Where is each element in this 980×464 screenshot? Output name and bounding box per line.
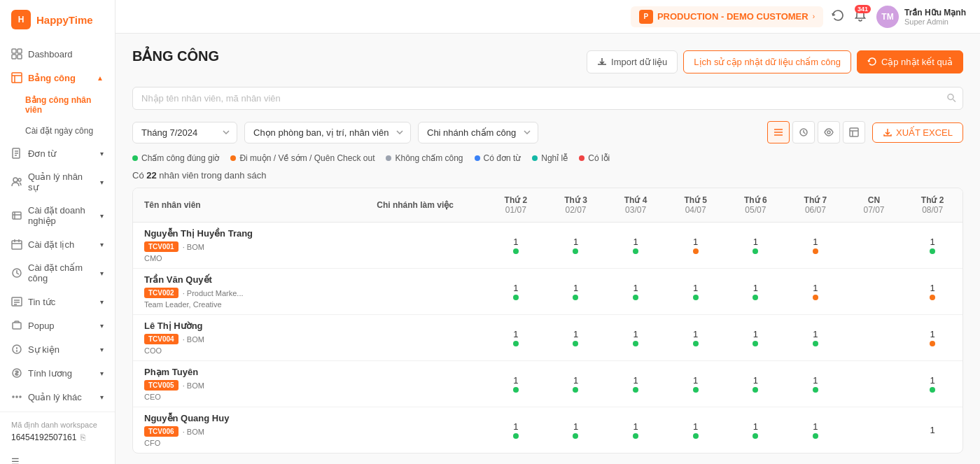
table-row[interactable]: Trần Văn Quyết TCV002 · Product Marke...… (133, 269, 962, 315)
day-cell-2-0[interactable]: 1 (486, 315, 546, 361)
day-cell-1-3[interactable]: 1 (666, 269, 726, 315)
day-cell-2-7[interactable]: 1 (902, 315, 962, 361)
table-row[interactable]: Nguyễn Quang Huy TCV006 · BOM CFO 1 1 1 … (133, 407, 962, 454)
day-cell-0-3[interactable]: 1 (666, 223, 726, 269)
day-cell-0-6[interactable] (846, 223, 903, 269)
sidebar-subitem-bang-cong-nhan-vien[interactable]: Bảng công nhân viên (0, 90, 115, 120)
svg-rect-13 (13, 212, 21, 219)
day-cell-1-5[interactable]: 1 (785, 269, 846, 315)
list-view-button[interactable] (767, 121, 790, 143)
col-header-branch: Chi nhánh làm việc (344, 188, 486, 223)
day-cell-1-0[interactable]: 1 (486, 269, 546, 315)
clock-view-button[interactable] (792, 121, 815, 143)
branch-filter[interactable]: Chi nhánh chấm công (418, 122, 538, 143)
sidebar-item-quan-ly-khac[interactable]: Quản lý khác ▾ (0, 385, 115, 409)
day-cell-3-7[interactable]: 1 (902, 361, 962, 407)
table-view-button[interactable] (843, 121, 865, 143)
search-icon[interactable] (946, 92, 956, 104)
chevron-down-icon: ▾ (100, 150, 104, 157)
day-cell-2-2[interactable]: 1 (606, 315, 666, 361)
day-cell-0-2[interactable]: 1 (606, 223, 666, 269)
sidebar-subitem-cai-dat-ngay-cong[interactable]: Cài đặt ngày công (0, 120, 115, 141)
import-button[interactable]: Import dữ liệu (587, 50, 678, 73)
employee-cell: Trần Văn Quyết TCV002 · Product Marke...… (133, 269, 344, 315)
sidebar-item-tinh-luong[interactable]: Tính lương ▾ (0, 361, 115, 385)
day-cell-0-0[interactable]: 1 (486, 223, 546, 269)
sidebar-item-su-kien[interactable]: Sự kiện ▾ (0, 337, 115, 361)
day-cell-4-2[interactable]: 1 (606, 407, 666, 454)
sidebar-item-bang-cong[interactable]: Bảng công ▲ (0, 66, 115, 90)
day-cell-4-1[interactable]: 1 (546, 407, 606, 454)
day-cell-1-6[interactable] (846, 269, 903, 315)
day-cell-2-1[interactable]: 1 (546, 315, 606, 361)
history-button[interactable]: Lịch sử cập nhật dữ liệu chấm công (683, 50, 851, 73)
sidebar-item-cai-dat-lich[interactable]: Cài đặt lịch ▾ (0, 232, 115, 256)
day-cell-1-7[interactable]: 1 (902, 269, 962, 315)
attendance-table: Tên nhân viên Chi nhánh làm việc Thứ 2 0… (133, 188, 962, 453)
user-menu[interactable]: TM Trần Hữu Mạnh Super Admin (876, 6, 966, 28)
legend-dot-blue (475, 155, 480, 161)
day-cell-4-3[interactable]: 1 (666, 407, 726, 454)
workspace-id-value: 16454192507161 (11, 433, 76, 442)
day-cell-4-5[interactable]: 1 (785, 407, 846, 454)
search-input[interactable] (132, 87, 963, 110)
day-cell-0-1[interactable]: 1 (546, 223, 606, 269)
day-cell-1-2[interactable]: 1 (606, 269, 666, 315)
employee-branch: · Product Marke... (183, 289, 244, 297)
department-filter[interactable]: Chọn phòng ban, vị trí, nhân viên (244, 122, 411, 143)
update-result-button[interactable]: Cập nhật kết quả (857, 50, 963, 73)
sidebar-item-label: Đơn từ (28, 148, 56, 159)
employee-position: Team Leader, Creative (144, 300, 336, 309)
day-cell-3-4[interactable]: 1 (726, 361, 786, 407)
table-row[interactable]: Nguyễn Thị Huyền Trang TCV001 · BOM CMO … (133, 223, 962, 269)
day-cell-3-0[interactable]: 1 (486, 361, 546, 407)
col-header-day0: Thứ 2 01/07 (486, 188, 546, 223)
brand-selector[interactable]: P PRODUCTION - DEMO CUSTOMER › (631, 6, 823, 27)
sidebar-item-popup[interactable]: Popup ▾ (0, 314, 115, 337)
sidebar-item-cai-dat-doanh-nghiep[interactable]: Cài đặt doanh nghiệp ▾ (0, 199, 115, 232)
day-cell-2-5[interactable]: 1 (785, 315, 846, 361)
day-cell-2-6[interactable] (846, 315, 903, 361)
day-cell-3-2[interactable]: 1 (606, 361, 666, 407)
hamburger-icon[interactable]: ☰ (0, 451, 115, 464)
day-cell-2-3[interactable]: 1 (666, 315, 726, 361)
refresh-button[interactable] (832, 9, 844, 24)
svg-point-39 (827, 131, 830, 134)
day-cell-1-1[interactable]: 1 (546, 269, 606, 315)
col-header-day6: CN 07/07 (846, 188, 903, 223)
day-cell-3-1[interactable]: 1 (546, 361, 606, 407)
day-cell-3-6[interactable] (846, 361, 903, 407)
day-cell-4-0[interactable]: 1 (486, 407, 546, 454)
user-name: Trần Hữu Mạnh (904, 8, 966, 17)
logo[interactable]: H HappyTime (0, 0, 115, 39)
day-cell-3-3[interactable]: 1 (666, 361, 726, 407)
copy-icon[interactable]: ⎘ (80, 433, 85, 442)
eye-view-button[interactable] (818, 121, 840, 143)
day-cell-4-6[interactable] (846, 407, 903, 454)
day-cell-0-7[interactable]: 1 (902, 223, 962, 269)
legend-item-4: Nghỉ lễ (532, 153, 568, 163)
day-cell-3-5[interactable]: 1 (785, 361, 846, 407)
sidebar-item-dashboard[interactable]: Dashboard (0, 42, 115, 66)
day-cell-0-5[interactable]: 1 (785, 223, 846, 269)
sidebar-subnav-bang-cong: Bảng công nhân viên Cài đặt ngày công (0, 90, 115, 141)
sidebar-item-tin-tuc[interactable]: Tin tức ▾ (0, 290, 115, 314)
legend-dot-teal (532, 155, 538, 161)
employee-position: COO (144, 346, 336, 355)
sidebar-item-don-tu[interactable]: Đơn từ ▾ (0, 141, 115, 165)
day-cell-4-7[interactable]: 1 (902, 407, 962, 454)
table-row[interactable]: Phạm Tuyên TCV005 · BOM CEO 1 1 1 1 1 1 (133, 361, 962, 407)
month-filter[interactable]: Tháng 7/2024 (132, 122, 237, 143)
legend-dot-gray (386, 155, 391, 161)
sidebar-item-cai-dat-cham-cong[interactable]: Cài đặt chấm công ▾ (0, 256, 115, 290)
table-row[interactable]: Lê Thị Hường TCV004 · BOM COO 1 1 1 1 1 … (133, 315, 962, 361)
day-cell-0-4[interactable]: 1 (726, 223, 786, 269)
day-cell-4-4[interactable]: 1 (726, 407, 786, 454)
day-cell-2-4[interactable]: 1 (726, 315, 786, 361)
user-details: Trần Hữu Mạnh Super Admin (904, 8, 966, 26)
sidebar-item-quan-ly-nhan-su[interactable]: Quản lý nhân sự ▾ (0, 165, 115, 199)
page-actions: Import dữ liệu Lịch sử cập nhật dữ liệu … (587, 50, 963, 73)
notification-button[interactable]: 341 (854, 9, 867, 24)
day-cell-1-4[interactable]: 1 (726, 269, 786, 315)
export-button[interactable]: XUẤT EXCEL (872, 122, 963, 143)
